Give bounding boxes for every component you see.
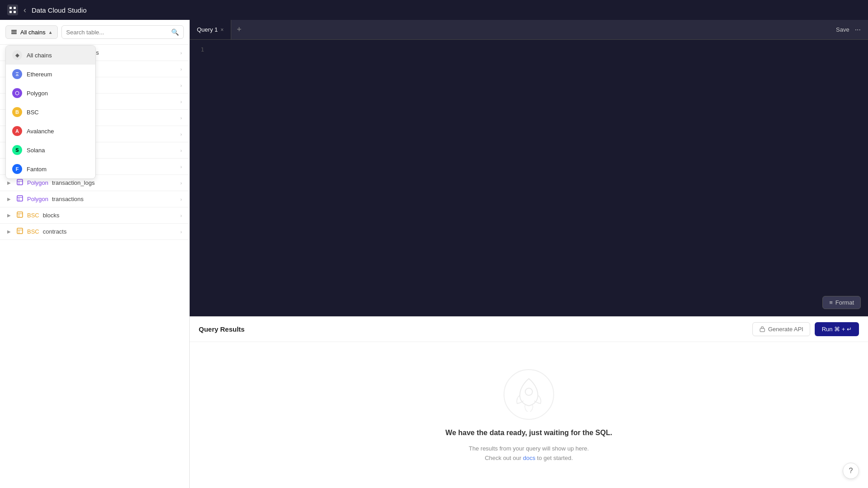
app-icon xyxy=(7,5,18,15)
empty-desc-line1: The results from your query will show up… xyxy=(469,445,589,452)
dropdown-item-avalanche[interactable]: A Avalanche xyxy=(6,122,95,141)
main-layout: All chains ▲ 🔍 ◈ All chains Ξ Ethereum ⬡… xyxy=(0,20,868,488)
search-icon: 🔍 xyxy=(171,28,179,36)
row-expand-arrow: › xyxy=(180,229,182,235)
back-button[interactable]: ‹ xyxy=(23,5,26,15)
row-expand-arrow: › xyxy=(180,148,182,153)
svg-rect-31 xyxy=(17,179,23,185)
chain-dot-ethereum: Ξ xyxy=(12,69,22,79)
format-label: Format xyxy=(835,299,854,306)
tab-label: Query 1 xyxy=(197,26,218,33)
dropdown-label-ethereum: Ethereum xyxy=(27,71,52,78)
chain-name: Polygon xyxy=(27,196,48,202)
sidebar: All chains ▲ 🔍 ◈ All chains Ξ Ethereum ⬡… xyxy=(0,20,190,488)
empty-description: The results from your query will show up… xyxy=(469,444,589,463)
search-box: 🔍 xyxy=(61,25,184,39)
row-expand-arrow: › xyxy=(180,131,182,137)
svg-rect-0 xyxy=(9,7,12,9)
table-item[interactable]: ▶ BSC blocks › xyxy=(0,207,189,224)
svg-rect-4 xyxy=(11,33,17,34)
table-item[interactable]: ▶ BSC contracts › xyxy=(0,224,189,240)
dropdown-label-avalanche: Avalanche xyxy=(27,128,54,135)
save-button[interactable]: Save xyxy=(836,26,849,33)
tab-close-button[interactable]: × xyxy=(220,27,224,33)
chain-name: BSC xyxy=(27,212,39,219)
tab-actions: Save ··· xyxy=(836,26,868,34)
app-title: Data Cloud Studio xyxy=(32,6,87,14)
chain-name: Polygon xyxy=(27,179,48,186)
chain-dot-fantom: F xyxy=(12,164,22,174)
svg-point-44 xyxy=(504,370,554,419)
dropdown-label-all: All chains xyxy=(27,52,52,59)
generate-api-button[interactable]: Generate API xyxy=(752,322,810,336)
docs-link[interactable]: docs xyxy=(523,455,535,461)
editor-area: 1 ≡ Format xyxy=(190,40,868,316)
table-icon xyxy=(16,228,23,235)
results-header: Query Results Generate API Run ⌘ + ↵ xyxy=(190,317,868,342)
query-tab-1[interactable]: Query 1 × xyxy=(190,20,231,39)
results-title: Query Results xyxy=(199,325,752,333)
results-area: Query Results Generate API Run ⌘ + ↵ xyxy=(190,316,868,488)
chain-dot-avalanche: A xyxy=(12,126,22,136)
row-expand-arrow: › xyxy=(180,83,182,88)
format-icon: ≡ xyxy=(829,299,833,306)
row-expand-arrow: › xyxy=(180,66,182,72)
layers-icon xyxy=(10,28,18,36)
chain-dropdown: ◈ All chains Ξ Ethereum ⬡ Polygon B BSC … xyxy=(5,45,96,179)
dropdown-item-polygon[interactable]: ⬡ Polygon xyxy=(6,84,95,103)
chain-selector[interactable]: All chains ▲ xyxy=(5,25,58,39)
dropdown-item-all[interactable]: ◈ All chains xyxy=(6,46,95,65)
svg-rect-3 xyxy=(14,11,16,13)
row-expand-arrow: › xyxy=(180,197,182,202)
rocket-illustration xyxy=(502,367,556,422)
dropdown-item-bsc[interactable]: B BSC xyxy=(6,103,95,122)
chain-dot-polygon: ⬡ xyxy=(12,88,22,98)
table-icon xyxy=(16,195,23,203)
chain-selector-label: All chains xyxy=(20,29,46,36)
table-icon xyxy=(16,179,23,187)
dropdown-item-fantom[interactable]: F Fantom xyxy=(6,160,95,178)
dropdown-label-polygon: Polygon xyxy=(27,90,48,97)
add-tab-button[interactable]: + xyxy=(231,20,247,39)
table-name: transactions xyxy=(52,196,84,202)
empty-desc-line2: Check out our xyxy=(485,455,523,461)
run-button[interactable]: Run ⌘ + ↵ xyxy=(815,322,859,336)
expand-arrow: ▶ xyxy=(7,229,13,234)
right-content: Query 1 × + Save ··· 1 ≡ Format Query Re… xyxy=(190,20,868,488)
chain-selector-arrow: ▲ xyxy=(48,30,53,35)
chain-dot-all: ◈ xyxy=(12,50,22,60)
dropdown-item-ethereum[interactable]: Ξ Ethereum xyxy=(6,65,95,84)
search-input[interactable] xyxy=(66,29,168,36)
svg-rect-5 xyxy=(11,32,17,33)
row-expand-arrow: › xyxy=(180,99,182,104)
dropdown-item-solana[interactable]: S Solana xyxy=(6,141,95,160)
line-numbers: 1 xyxy=(190,40,208,316)
expand-arrow: ▶ xyxy=(7,180,13,185)
row-expand-arrow: › xyxy=(180,50,182,56)
table-icon xyxy=(16,211,23,219)
table-item[interactable]: ▶ Polygon transactions › xyxy=(0,191,189,207)
dropdown-label-solana: Solana xyxy=(27,147,45,154)
row-expand-arrow: › xyxy=(180,164,182,169)
empty-desc-line3: to get started. xyxy=(535,455,573,461)
format-button[interactable]: ≡ Format xyxy=(822,296,861,309)
table-name: contracts xyxy=(43,228,67,235)
api-icon xyxy=(759,326,765,333)
more-options-button[interactable]: ··· xyxy=(855,26,861,34)
table-name: blocks xyxy=(43,212,60,219)
sidebar-header: All chains ▲ 🔍 xyxy=(0,20,189,45)
expand-arrow: ▶ xyxy=(7,213,13,218)
chain-dot-solana: S xyxy=(12,145,22,155)
help-button[interactable]: ? xyxy=(843,463,859,479)
row-expand-arrow: › xyxy=(180,115,182,121)
sql-editor[interactable] xyxy=(208,40,868,316)
empty-state: We have the data ready, just waiting for… xyxy=(190,342,868,488)
generate-api-label: Generate API xyxy=(768,326,803,333)
empty-title: We have the data ready, just waiting for… xyxy=(445,429,612,437)
dropdown-label-bsc: BSC xyxy=(27,109,39,116)
svg-point-45 xyxy=(525,388,532,395)
svg-rect-2 xyxy=(9,11,12,13)
line-number-1: 1 xyxy=(193,45,204,55)
dropdown-label-fantom: Fantom xyxy=(27,166,47,173)
svg-rect-1 xyxy=(14,7,16,9)
